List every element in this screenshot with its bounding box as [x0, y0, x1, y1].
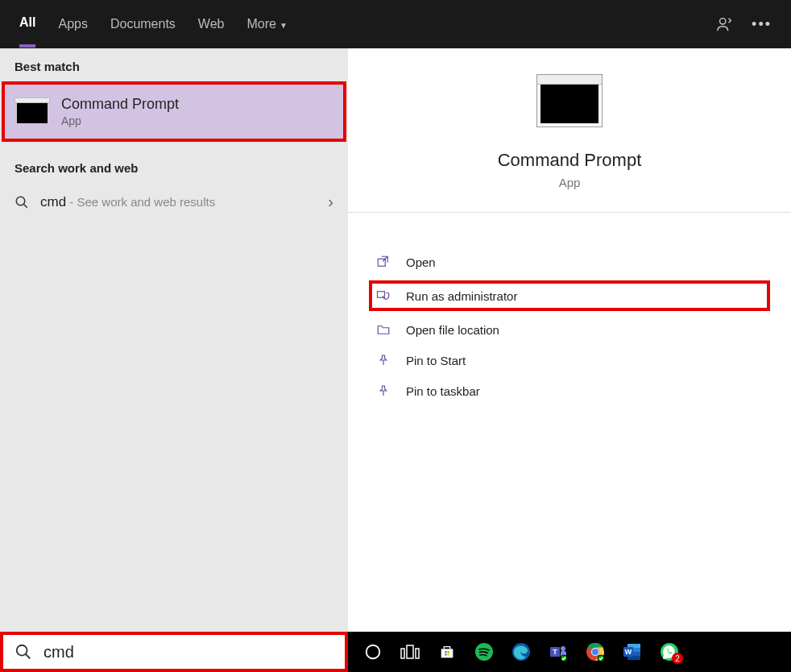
svg-point-21	[561, 646, 565, 651]
web-search-result[interactable]: cmd - See work and web results ›	[0, 183, 348, 221]
cortana-icon[interactable]	[362, 641, 383, 662]
best-match-title: Command Prompt	[61, 96, 179, 113]
action-run-admin[interactable]: Run as administrator	[369, 280, 770, 311]
best-match-result[interactable]: Command Prompt App	[5, 85, 343, 139]
folder-location-icon	[375, 322, 391, 337]
more-options-icon[interactable]: •••	[752, 16, 772, 33]
svg-point-7	[17, 645, 27, 656]
preview-title: Command Prompt	[348, 150, 791, 171]
svg-point-26	[592, 649, 598, 655]
action-pin-taskbar-label: Pin to taskbar	[406, 384, 480, 398]
action-pin-start-label: Pin to Start	[406, 354, 466, 367]
svg-point-9	[367, 645, 380, 659]
results-pane: Best match Command Prompt App Search wor…	[0, 48, 348, 632]
svg-rect-14	[447, 651, 449, 653]
search-icon	[14, 195, 29, 209]
tab-documents[interactable]: Documents	[110, 2, 176, 46]
tab-apps[interactable]: Apps	[58, 2, 87, 46]
svg-point-0	[720, 19, 726, 24]
svg-rect-10	[401, 649, 404, 658]
svg-text:W: W	[625, 648, 632, 656]
word-icon[interactable]: W	[622, 641, 643, 662]
chrome-icon[interactable]	[585, 641, 606, 662]
shield-admin-icon	[375, 288, 391, 303]
teams-icon[interactable]: T	[548, 641, 569, 662]
edge-icon[interactable]	[511, 641, 532, 662]
app-large-icon	[536, 74, 603, 127]
action-pin-start[interactable]: Pin to Start	[372, 345, 767, 375]
search-input[interactable]	[43, 643, 333, 662]
action-open-label: Open	[406, 255, 436, 269]
pin-start-icon	[375, 353, 391, 367]
svg-point-1	[16, 197, 25, 205]
svg-rect-11	[407, 645, 413, 658]
open-icon	[375, 255, 391, 269]
action-open[interactable]: Open	[372, 247, 767, 277]
preview-pane: Command Prompt App Open Run as administr…	[348, 48, 791, 632]
feedback-icon[interactable]	[716, 15, 734, 33]
search-web-label: Search work and web	[0, 150, 348, 183]
search-icon	[14, 643, 32, 661]
whatsapp-icon[interactable]: 2	[659, 641, 680, 662]
preview-subtitle: App	[348, 176, 791, 189]
search-tabs-bar: All Apps Documents Web More▼ •••	[0, 0, 791, 48]
pin-taskbar-icon	[375, 384, 391, 398]
search-box[interactable]	[0, 632, 348, 672]
web-search-term: cmd	[40, 194, 66, 209]
chevron-down-icon: ▼	[280, 21, 288, 30]
notification-badge: 2	[672, 653, 683, 664]
task-view-icon[interactable]	[400, 641, 420, 662]
tab-web[interactable]: Web	[198, 2, 225, 46]
svg-rect-13	[445, 651, 446, 653]
store-icon[interactable]	[437, 641, 458, 662]
taskbar: T W 2	[0, 632, 791, 672]
best-match-subtitle: App	[61, 114, 179, 127]
svg-line-8	[26, 654, 31, 659]
action-pin-taskbar[interactable]: Pin to taskbar	[372, 375, 767, 406]
action-open-location[interactable]: Open file location	[372, 314, 767, 345]
svg-rect-12	[416, 649, 419, 658]
svg-line-2	[23, 204, 27, 208]
chevron-right-icon: ›	[328, 193, 333, 211]
command-prompt-icon	[16, 100, 48, 124]
tab-all[interactable]: All	[19, 1, 35, 48]
tab-more[interactable]: More▼	[246, 2, 287, 46]
svg-text:T: T	[553, 648, 557, 656]
svg-rect-15	[445, 653, 446, 655]
svg-rect-16	[447, 653, 449, 655]
action-run-admin-label: Run as administrator	[406, 289, 517, 303]
svg-rect-4	[378, 292, 385, 298]
action-open-location-label: Open file location	[406, 323, 499, 337]
web-search-hint: - See work and web results	[66, 195, 215, 209]
spotify-icon[interactable]	[474, 641, 495, 662]
best-match-label: Best match	[0, 48, 348, 81]
